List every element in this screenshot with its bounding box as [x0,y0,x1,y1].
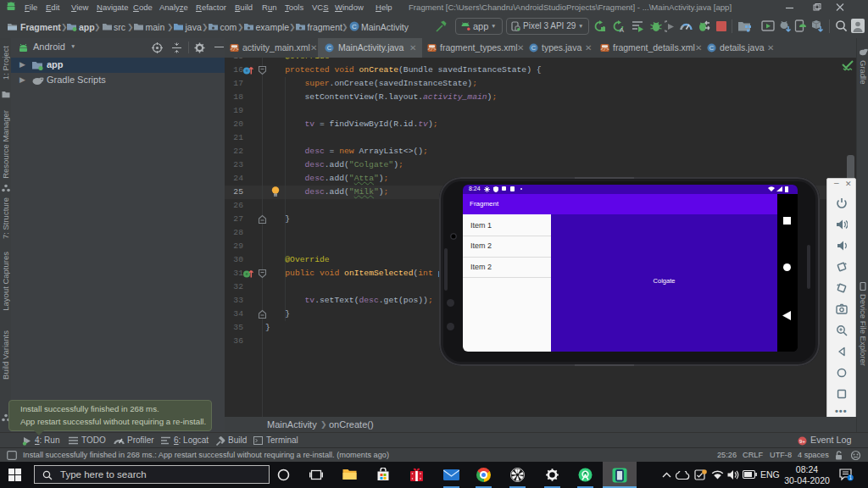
svg-text:</>: </> [601,47,609,53]
svg-text:C: C [709,44,715,52]
svg-text:A: A [620,26,625,33]
svg-text:</>: </> [231,47,239,53]
svg-text:C: C [327,44,332,52]
svg-text:1: 1 [849,474,852,480]
svg-text:</>: </> [428,47,437,53]
svg-text:C: C [531,44,537,52]
svg-text:C: C [352,23,357,30]
svg-text:9+: 9+ [799,439,805,444]
